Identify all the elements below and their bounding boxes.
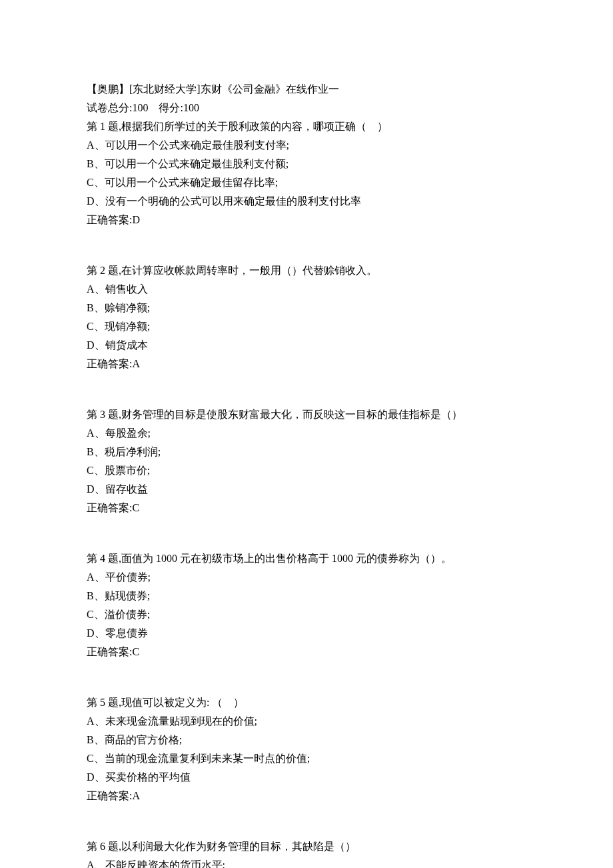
question-option: B、赊销净额; xyxy=(87,299,526,317)
question-option: B、税后净利润; xyxy=(87,443,526,461)
question-answer: 正确答案:C xyxy=(87,643,526,661)
question-option: C、现销净额; xyxy=(87,317,526,336)
question-option: C、可以用一个公式来确定最佳留存比率; xyxy=(87,173,526,192)
question-block: 第 2 题,在计算应收帐款周转率时，一般用（）代替赊销收入。A、销售收入B、赊销… xyxy=(87,261,526,373)
total-value: 100 xyxy=(132,102,148,113)
document-header: 【奥鹏】[东北财经大学]东财《公司金融》在线作业一 试卷总分:100 得分:10… xyxy=(87,80,526,117)
question-option: D、销货成本 xyxy=(87,336,526,355)
question-option: A、可以用一个公式来确定最佳股利支付率; xyxy=(87,136,526,155)
question-answer: 正确答案:C xyxy=(87,499,526,517)
question-block: 第 5 题,现值可以被定义为: （ ）A、未来现金流量贴现到现在的价值;B、商品… xyxy=(87,693,526,805)
question-option: B、贴现债券; xyxy=(87,587,526,605)
question-block: 第 3 题,财务管理的目标是使股东财富最大化，而反映这一目标的最佳指标是（）A、… xyxy=(87,405,526,517)
score-line: 试卷总分:100 得分:100 xyxy=(87,99,526,117)
question-block: 第 1 题,根据我们所学过的关于股利政策的内容，哪项正确（ ）A、可以用一个公式… xyxy=(87,117,526,229)
question-option: D、留存收益 xyxy=(87,480,526,499)
question-option: D、没有一个明确的公式可以用来确定最佳的股利支付比率 xyxy=(87,192,526,211)
question-option: B、商品的官方价格; xyxy=(87,731,526,749)
question-option: D、买卖价格的平均值 xyxy=(87,768,526,787)
question-stem: 第 5 题,现值可以被定义为: （ ） xyxy=(87,693,526,712)
total-label: 试卷总分: xyxy=(87,102,132,113)
question-option: A、每股盈余; xyxy=(87,424,526,443)
question-answer: 正确答案:A xyxy=(87,787,526,805)
question-option: A、平价债券; xyxy=(87,568,526,587)
score-value: 100 xyxy=(183,102,199,113)
score-label: 得分: xyxy=(159,102,183,113)
question-option: C、股票市价; xyxy=(87,461,526,480)
document-title: 【奥鹏】[东北财经大学]东财《公司金融》在线作业一 xyxy=(87,80,526,99)
question-option: D、零息债券 xyxy=(87,624,526,643)
question-option: A、不能反映资本的货币水平; xyxy=(87,856,526,868)
question-block: 第 4 题,面值为 1000 元在初级市场上的出售价格高于 1000 元的债券称… xyxy=(87,549,526,661)
question-option: A、未来现金流量贴现到现在的价值; xyxy=(87,712,526,731)
questions-container: 第 1 题,根据我们所学过的关于股利政策的内容，哪项正确（ ）A、可以用一个公式… xyxy=(87,117,526,868)
question-stem: 第 6 题,以利润最大化作为财务管理的目标，其缺陷是（） xyxy=(87,837,526,856)
question-option: B、可以用一个公式来确定最佳股利支付额; xyxy=(87,155,526,173)
question-stem: 第 1 题,根据我们所学过的关于股利政策的内容，哪项正确（ ） xyxy=(87,117,526,136)
question-block: 第 6 题,以利润最大化作为财务管理的目标，其缺陷是（）A、不能反映资本的货币水… xyxy=(87,837,526,868)
question-option: C、溢价债券; xyxy=(87,605,526,624)
question-answer: 正确答案:D xyxy=(87,211,526,229)
question-stem: 第 4 题,面值为 1000 元在初级市场上的出售价格高于 1000 元的债券称… xyxy=(87,549,526,568)
question-stem: 第 3 题,财务管理的目标是使股东财富最大化，而反映这一目标的最佳指标是（） xyxy=(87,405,526,424)
question-stem: 第 2 题,在计算应收帐款周转率时，一般用（）代替赊销收入。 xyxy=(87,261,526,280)
question-option: A、销售收入 xyxy=(87,280,526,299)
question-answer: 正确答案:A xyxy=(87,355,526,373)
question-option: C、当前的现金流量复利到未来某一时点的价值; xyxy=(87,749,526,768)
